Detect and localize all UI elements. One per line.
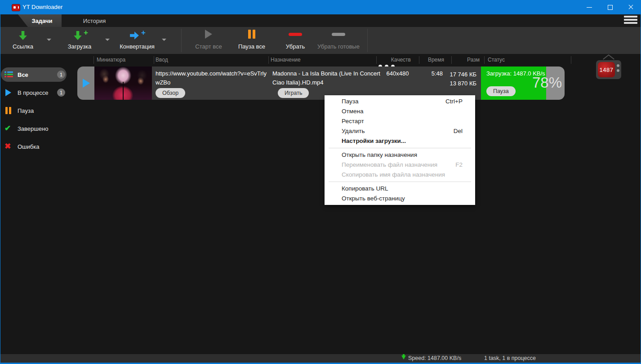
task-progress-percent: 78% xyxy=(517,74,562,91)
play-icon xyxy=(4,88,13,97)
add-download-button[interactable]: + Загрузка xyxy=(63,27,97,54)
speed-badge-value: 1487 xyxy=(598,62,615,77)
app-window: YT Downloader Задачи История Ссылка + За… xyxy=(0,0,641,364)
download-arrow-icon xyxy=(73,31,83,40)
count-badge: 1 xyxy=(57,89,65,97)
toolbar-label: Конвертация xyxy=(120,43,155,50)
plus-icon: + xyxy=(84,29,88,36)
plus-icon: + xyxy=(141,29,146,36)
column-header-thumbnail[interactable]: Миниатюра xyxy=(97,57,125,63)
column-header-destination[interactable]: Назначение xyxy=(271,57,301,63)
column-separator xyxy=(268,56,269,64)
menu-item-delete[interactable]: УдалитьDel xyxy=(325,126,475,136)
menu-item-open-folder[interactable]: Открыть папку назначения xyxy=(325,150,475,160)
context-menu: ПаузаCtrl+P Отмена Рестарт УдалитьDel На… xyxy=(325,95,475,205)
task-size-total: 17 746 КБ xyxy=(429,70,476,79)
toolbar-label: Убрать xyxy=(286,43,305,50)
tv-knob-icon xyxy=(617,64,619,67)
menu-separator xyxy=(329,182,471,182)
sidebar-item-error[interactable]: ✖ Ошибка xyxy=(1,139,67,154)
minimize-icon xyxy=(587,7,592,8)
menu-item-rename-file: Переименовать файл назначенияF2 xyxy=(325,160,475,170)
minimize-button[interactable] xyxy=(579,0,600,14)
toolbar-label: Пауза все xyxy=(238,43,265,50)
column-separator xyxy=(571,56,571,64)
download-dropdown-chevron-icon[interactable] xyxy=(105,39,110,41)
column-separator xyxy=(93,56,94,64)
convert-arrow-icon xyxy=(129,31,139,40)
menu-item-open-webpage[interactable]: Открыть веб-страницу xyxy=(325,194,475,204)
convert-dropdown-chevron-icon[interactable] xyxy=(162,39,166,41)
task-pause-button[interactable]: Пауза xyxy=(486,86,516,96)
menu-separator xyxy=(329,148,471,148)
play-file-button[interactable]: Играть xyxy=(278,88,309,98)
column-separator xyxy=(419,56,419,64)
column-header-size[interactable]: Разм xyxy=(444,57,480,63)
browse-button[interactable]: Обзор xyxy=(156,88,185,98)
statusbar-speed: Speed: 1487.00 KB/s xyxy=(408,354,461,363)
pause-all-button[interactable]: Пауза все xyxy=(236,27,268,54)
menu-item-restart[interactable]: Рестарт xyxy=(325,116,475,126)
maximize-button[interactable] xyxy=(600,0,620,14)
app-logo-tv-icon xyxy=(12,4,20,11)
column-separator xyxy=(376,56,377,64)
play-icon xyxy=(83,79,90,88)
column-header-input[interactable]: Ввод xyxy=(156,57,168,63)
column-separator xyxy=(484,56,485,64)
shortcut: Del xyxy=(454,126,463,136)
error-cross-icon: ✖ xyxy=(4,142,13,151)
column-header-quality[interactable]: Качеств xyxy=(375,57,411,63)
title-bar: YT Downloader xyxy=(0,0,641,14)
pause-icon xyxy=(4,106,13,115)
toolbar-label: Ссылка xyxy=(13,43,33,50)
close-button[interactable] xyxy=(620,0,641,14)
sidebar-item-label: Пауза xyxy=(18,107,34,114)
column-separator xyxy=(154,56,154,64)
sidebar-item-label: В процессе xyxy=(18,89,49,96)
toolbar-separator xyxy=(367,29,368,52)
add-link-button[interactable]: Ссылка xyxy=(9,27,37,54)
sidebar-item-completed[interactable]: ✔ Завершено xyxy=(1,121,67,136)
remove-dash-icon xyxy=(289,33,302,36)
sidebar-item-all[interactable]: Все 1 xyxy=(1,67,67,82)
column-header-time[interactable]: Время xyxy=(408,57,444,63)
task-destination-file: Madonna - La Isla Bonita (Live In Concer… xyxy=(272,69,385,87)
status-bar: Speed: 1487.00 KB/s 1 task, 1 в процессе xyxy=(0,354,641,363)
statusbar-task-count: 1 task, 1 в процессе xyxy=(484,354,536,363)
tab-history[interactable]: История xyxy=(71,14,118,27)
menu-hamburger-icon[interactable] xyxy=(624,16,637,25)
task-sizes: 17 746 КБ 13 870 КБ xyxy=(429,70,476,88)
window-title: YT Downloader xyxy=(22,0,62,14)
check-icon: ✔ xyxy=(4,124,13,133)
download-arrow-icon xyxy=(18,31,28,40)
menu-item-cancel[interactable]: Отмена xyxy=(325,107,475,116)
list-icon xyxy=(4,70,13,79)
column-header-status[interactable]: Статус xyxy=(488,57,505,63)
toolbar-label: Загрузка xyxy=(68,43,92,50)
download-speed-icon xyxy=(401,355,406,360)
toolbar-label: Убрать готовые xyxy=(317,43,360,50)
pause-icon xyxy=(248,30,251,39)
sidebar-item-label: Ошибка xyxy=(18,143,39,150)
remove-button[interactable]: Убрать xyxy=(280,27,311,54)
sidebar-item-paused[interactable]: Пауза xyxy=(1,103,67,118)
menu-item-copy-url[interactable]: Копировать URL xyxy=(325,184,475,194)
pause-icon xyxy=(253,30,255,39)
tv-antenna-icon xyxy=(608,54,614,59)
window-left-border xyxy=(0,14,0,364)
remove-dash-icon xyxy=(332,33,345,36)
shortcut: F2 xyxy=(455,160,463,170)
task-play-button[interactable] xyxy=(77,67,94,100)
sidebar-item-in-progress[interactable]: В процессе 1 xyxy=(1,85,67,100)
column-separator xyxy=(451,56,452,64)
tv-knob-icon xyxy=(617,69,619,72)
task-input-url: https://www.youtube.com/watch?v=eSvTrlyw… xyxy=(156,69,267,87)
tab-tasks[interactable]: Задачи xyxy=(18,14,62,27)
shortcut: Ctrl+P xyxy=(445,97,463,107)
link-dropdown-chevron-icon[interactable] xyxy=(47,39,51,41)
add-conversion-button[interactable]: + Конвертация xyxy=(117,27,157,54)
menu-item-pause[interactable]: ПаузаCtrl+P xyxy=(325,97,475,107)
speed-badge-tv-icon: 1487 xyxy=(596,60,621,79)
maximize-icon xyxy=(608,5,613,10)
menu-item-download-settings[interactable]: Настройки загрузки... xyxy=(325,136,475,146)
